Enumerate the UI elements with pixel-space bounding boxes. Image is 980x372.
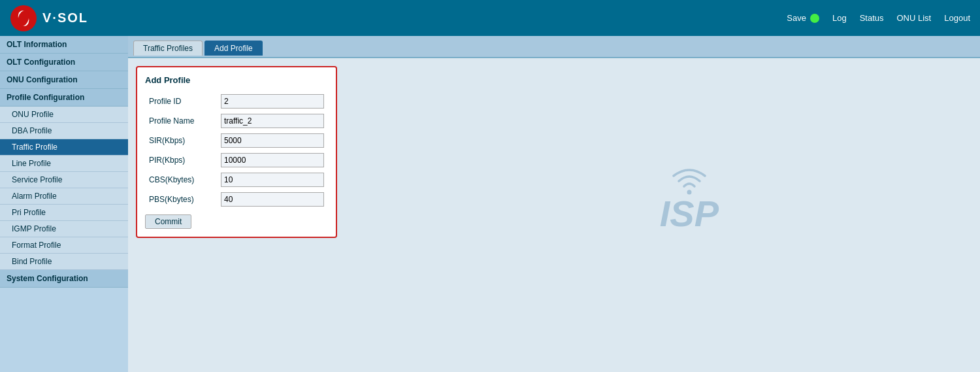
nav-onu-list[interactable]: ONU List bbox=[897, 13, 932, 23]
tab-traffic-profiles[interactable]: Traffic Profiles bbox=[133, 41, 203, 56]
sidebar-section-olt-info[interactable]: OLT Information bbox=[0, 36, 128, 54]
table-row: Profile Name bbox=[145, 111, 328, 131]
vsol-logo-icon bbox=[10, 5, 37, 32]
form-panel-title: Add Profile bbox=[145, 75, 328, 85]
field-label-sir: SIR(Kbps) bbox=[145, 131, 217, 150]
header: V·SOL Save Log Status ONU List Logout bbox=[0, 0, 980, 36]
input-sir[interactable] bbox=[221, 133, 324, 148]
field-label-cbs: CBS(Kbytes) bbox=[145, 170, 217, 190]
table-row: CBS(Kbytes) bbox=[145, 170, 328, 190]
sidebar-item-service-profile[interactable]: Service Profile bbox=[0, 172, 128, 188]
input-profile-name[interactable] bbox=[221, 114, 324, 128]
field-label-pir: PIR(Kbps) bbox=[145, 150, 217, 170]
add-profile-panel: Add Profile Profile ID Profile Name SIR(… bbox=[136, 66, 337, 238]
tab-bar: Traffic Profiles Add Profile bbox=[128, 36, 980, 58]
status-indicator bbox=[810, 14, 819, 23]
input-pbs[interactable] bbox=[221, 192, 324, 207]
table-row: PBS(Kbytes) bbox=[145, 190, 328, 209]
table-row: SIR(Kbps) bbox=[145, 131, 328, 150]
header-right: Save Log Status ONU List Logout bbox=[787, 13, 970, 23]
sidebar-item-bind-profile[interactable]: Bind Profile bbox=[0, 254, 128, 270]
sidebar-item-traffic-profile[interactable]: Traffic Profile bbox=[0, 139, 128, 156]
nav-log[interactable]: Log bbox=[832, 13, 847, 23]
sidebar-item-igmp-profile[interactable]: IGMP Profile bbox=[0, 221, 128, 237]
commit-button[interactable]: Commit bbox=[145, 214, 191, 229]
sidebar-item-format-profile[interactable]: Format Profile bbox=[0, 237, 128, 254]
input-cbs[interactable] bbox=[221, 173, 324, 187]
sidebar-section-system-config[interactable]: System Configuration bbox=[0, 270, 128, 288]
nav-status[interactable]: Status bbox=[860, 13, 884, 23]
form-panel-wrapper: Add Profile Profile ID Profile Name SIR(… bbox=[128, 58, 980, 246]
sidebar-section-olt-config[interactable]: OLT Configuration bbox=[0, 54, 128, 71]
field-label-pbs: PBS(Kbytes) bbox=[145, 190, 217, 209]
nav-logout[interactable]: Logout bbox=[944, 13, 970, 23]
sidebar-item-dba-profile[interactable]: DBA Profile bbox=[0, 123, 128, 139]
save-area: Save bbox=[787, 13, 819, 23]
tab-add-profile[interactable]: Add Profile bbox=[204, 41, 263, 56]
save-label[interactable]: Save bbox=[787, 13, 806, 23]
isp-watermark: ISP bbox=[660, 167, 719, 232]
sidebar: OLT Information OLT Configuration ONU Co… bbox=[0, 36, 128, 372]
field-label-profile-name: Profile Name bbox=[145, 111, 217, 131]
form-table: Profile ID Profile Name SIR(Kbps) PIR(Kb… bbox=[145, 92, 328, 209]
input-pir[interactable] bbox=[221, 153, 324, 167]
wifi-icon bbox=[670, 167, 709, 195]
logo-text: V·SOL bbox=[42, 10, 88, 25]
field-label-profile-id: Profile ID bbox=[145, 92, 217, 111]
sidebar-item-onu-profile[interactable]: ONU Profile bbox=[0, 107, 128, 123]
content-area: Traffic Profiles Add Profile Add Profile… bbox=[128, 36, 980, 372]
sidebar-item-pri-profile[interactable]: Pri Profile bbox=[0, 205, 128, 221]
isp-text: ISP bbox=[660, 195, 719, 232]
logo-area: V·SOL bbox=[10, 5, 88, 32]
table-row: PIR(Kbps) bbox=[145, 150, 328, 170]
main-layout: OLT Information OLT Configuration ONU Co… bbox=[0, 36, 980, 372]
sidebar-section-onu-config[interactable]: ONU Configuration bbox=[0, 71, 128, 89]
sidebar-item-alarm-profile[interactable]: Alarm Profile bbox=[0, 188, 128, 205]
sidebar-item-line-profile[interactable]: Line Profile bbox=[0, 156, 128, 172]
sidebar-section-profile-config: Profile Configuration bbox=[0, 89, 128, 107]
input-profile-id[interactable] bbox=[221, 94, 324, 109]
table-row: Profile ID bbox=[145, 92, 328, 111]
